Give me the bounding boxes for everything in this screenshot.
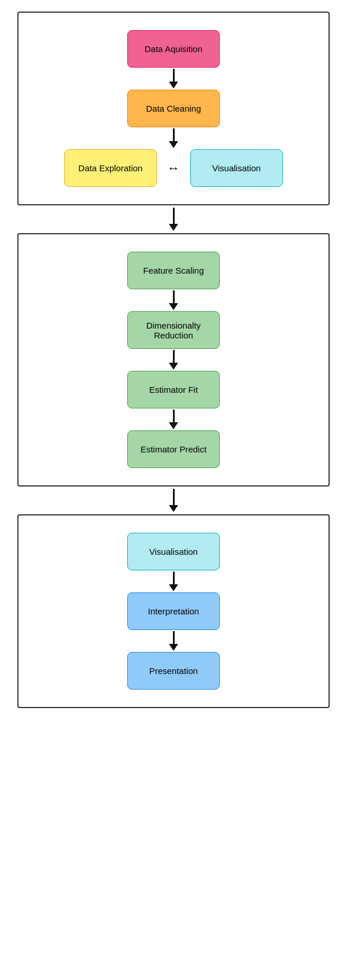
node-visualisation: Visualisation: [127, 533, 220, 570]
arrow-1-1: [169, 69, 178, 89]
node-data-cleaning: Data Cleaning: [127, 90, 220, 127]
arrow-3-1: [169, 572, 178, 591]
node-interpretation: Interpretation: [127, 592, 220, 630]
arrow-2-2: [169, 350, 178, 370]
arrow-section-1-2: [169, 208, 178, 231]
arrow-3-2: [169, 631, 178, 651]
node-estimator-predict: Estimator Predict: [127, 430, 220, 468]
arrow-2-3: [169, 410, 178, 429]
section-2: Feature Scaling Dimensionalty Reduction …: [17, 233, 330, 487]
double-arrow-icon: ↔: [167, 161, 180, 176]
node-feature-scaling: Feature Scaling: [127, 252, 220, 289]
arrow-1-2: [169, 128, 178, 148]
node-presentation: Presentation: [127, 652, 220, 690]
node-dimensionality-reduction: Dimensionalty Reduction: [127, 311, 220, 349]
node-estimator-fit: Estimator Fit: [127, 371, 220, 408]
arrow-2-1: [169, 290, 178, 310]
arrow-section-2-3: [169, 489, 178, 512]
node-data-acquisition: Data Aquisition: [127, 30, 220, 68]
section-1: Data Aquisition Data Cleaning Data Explo…: [17, 12, 330, 205]
row-data-exploration: Data Exploration ↔ Visualisation: [64, 149, 283, 187]
node-visualisation-side: Visualisation: [190, 149, 283, 187]
node-data-exploration: Data Exploration: [64, 149, 157, 187]
section-3: Visualisation Interpretation Presentatio…: [17, 514, 330, 708]
